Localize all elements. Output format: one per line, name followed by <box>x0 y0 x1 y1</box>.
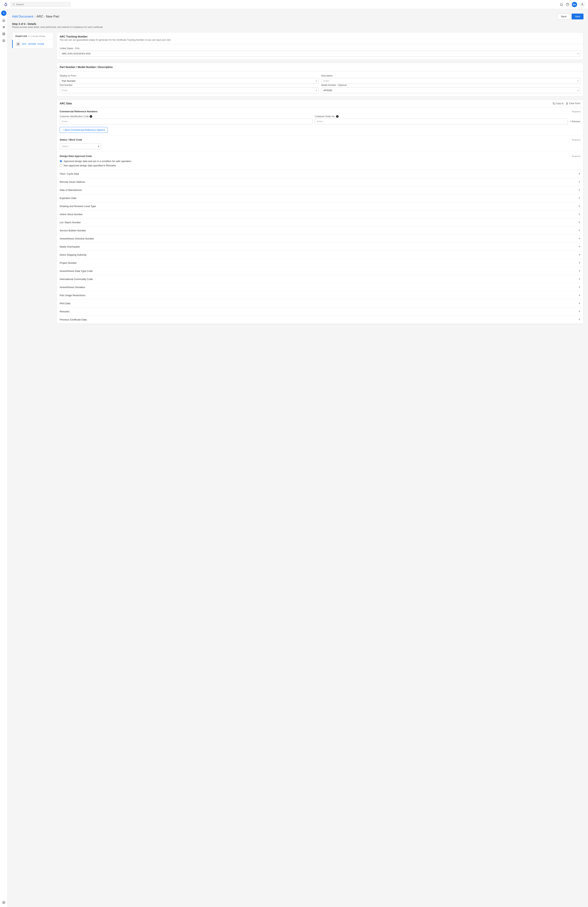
search-box[interactable] <box>11 2 71 7</box>
expand-row-label: Airline Stock Number <box>60 213 83 216</box>
expand-row[interactable]: Airworthiness Deviation + <box>57 283 583 291</box>
description-input[interactable] <box>321 78 580 84</box>
expand-row-label: Time / Cycle Data <box>60 172 79 175</box>
notifications-button[interactable] <box>560 3 563 6</box>
expand-row[interactable]: International Commodity Code + <box>57 275 583 283</box>
expand-row-label: Lot / Batch Number <box>60 221 81 224</box>
status-select-wrap: Select Option 1 Option 2 Option 3 ▾ <box>60 143 101 149</box>
sidebar-item-grid[interactable] <box>1 31 7 37</box>
clear-form-button[interactable]: Clear Form <box>566 102 580 105</box>
part-number-wrap: × <box>60 87 319 93</box>
sidebar-item-home[interactable] <box>1 17 7 23</box>
expand-row[interactable]: Project Number + <box>57 259 583 267</box>
model-number-input[interactable] <box>321 87 580 93</box>
expand-row[interactable]: Remote Issuer Address + <box>57 178 583 186</box>
arc-tracking-card: ARC Tracking Number You can use our guar… <box>56 32 583 60</box>
customer-id-info-icon[interactable]: i <box>89 115 92 118</box>
model-number-clear[interactable]: × <box>577 89 579 92</box>
expand-plus-icon: + <box>578 213 580 216</box>
display-on-form-input[interactable] <box>60 78 319 84</box>
expand-row[interactable]: Time / Cycle Data + <box>57 170 583 178</box>
part-number-header: Part Number / Model Number / Description <box>57 63 583 71</box>
expand-row[interactable]: Date of Manufacture + <box>57 186 583 194</box>
breadcrumb-parent[interactable]: Add Document <box>12 15 33 18</box>
part-form-row-1: Display on Form × Description × <box>60 74 580 84</box>
customer-id-input[interactable] <box>60 119 313 124</box>
expand-row-label: Drawing and Revision Level Type <box>60 205 96 208</box>
expand-row-label: PAH Data <box>60 302 70 305</box>
svg-marker-11 <box>2 39 5 41</box>
grid-icon <box>2 32 5 35</box>
display-on-form-clear[interactable]: × <box>316 80 317 83</box>
expand-row[interactable]: Newly Overhauled + <box>57 243 583 251</box>
expand-row-label: International Commodity Code <box>60 278 93 280</box>
design-data-option2-label: Non-approved design data specified in Re… <box>64 164 116 167</box>
asset-link-p1459[interactable]: P1459 <box>37 43 44 45</box>
tracking-clear-button[interactable]: × <box>577 52 579 55</box>
design-data-option1[interactable]: Approved design data and are in a condit… <box>60 160 580 163</box>
page-header: Add Document › ARC - New Part Back Next <box>12 14 583 19</box>
more-ref-button[interactable]: + More Commercial Reference Options <box>60 127 108 133</box>
expand-row[interactable]: Airline Stock Number + <box>57 210 583 218</box>
description-clear[interactable]: × <box>577 80 579 83</box>
asset-link-apu[interactable]: APU <box>22 43 27 45</box>
user-avatar-button[interactable] <box>580 2 585 7</box>
part-number-clear[interactable]: × <box>316 89 317 92</box>
app-logo <box>3 2 8 7</box>
person-icon <box>581 3 584 6</box>
nav-right: BA <box>560 2 585 7</box>
sidebar-item-plane[interactable] <box>1 24 7 30</box>
design-data-required: Required <box>572 155 580 157</box>
asset-list-card: Asset List 0 / 1 Assets Ready APU AP3200… <box>12 32 53 48</box>
customer-order-input[interactable] <box>315 119 568 124</box>
expand-row[interactable]: Airworthiness Directive Number + <box>57 235 583 243</box>
design-data-radio1[interactable] <box>60 160 62 162</box>
design-data-radio2[interactable] <box>60 164 62 167</box>
expand-row[interactable]: Previous Certificate Data + <box>57 316 583 324</box>
status-select[interactable]: Select Option 1 Option 2 Option 3 <box>60 143 101 149</box>
remove-link[interactable]: × Remove <box>570 120 580 124</box>
sidebar-item-layers[interactable] <box>1 38 7 44</box>
help-button[interactable] <box>566 3 569 6</box>
add-button[interactable]: + <box>1 11 6 16</box>
svg-rect-7 <box>3 33 3 34</box>
design-data-section: Design Data Approval Code Required Appro… <box>57 152 583 170</box>
expand-plus-icon: + <box>578 261 580 264</box>
expand-row[interactable]: PAH Data + <box>57 300 583 308</box>
expand-plus-icon: + <box>578 221 580 224</box>
right-panel: ARC Tracking Number You can use our guar… <box>56 32 583 327</box>
sidebar-item-settings[interactable] <box>1 899 7 905</box>
expand-row[interactable]: Lot / Batch Number + <box>57 218 583 226</box>
expand-plus-icon: + <box>578 172 580 175</box>
expand-row-label: Airworthiness Deviation <box>60 286 85 288</box>
part-number-body: Display on Form × Description × <box>57 71 583 96</box>
tracking-number-input[interactable] <box>60 51 580 56</box>
commercial-ref-header: Commercial Reference Numbers Required <box>60 110 580 113</box>
asset-link-ap3200[interactable]: AP3200 <box>28 43 36 45</box>
search-input[interactable] <box>16 3 69 6</box>
expand-row-label: Airworthiness Data Type Code <box>60 269 93 272</box>
customer-order-info-icon[interactable]: i <box>336 115 339 118</box>
main-content: Add Document › ARC - New Part Back Next … <box>8 9 588 907</box>
expand-row[interactable]: Remarks + <box>57 308 583 316</box>
expand-row[interactable]: Part Usage Restrictions + <box>57 291 583 300</box>
expand-row[interactable]: Drawing and Revision Level Type + <box>57 202 583 210</box>
part-number-input[interactable] <box>60 87 319 93</box>
expand-row[interactable]: Expiration Date + <box>57 194 583 202</box>
copy-to-button[interactable]: Copy to <box>553 102 564 105</box>
next-button[interactable]: Next <box>572 14 583 19</box>
gear-icon <box>2 901 5 904</box>
svg-rect-9 <box>4 34 5 35</box>
copy-to-label: Copy to <box>556 102 564 105</box>
svg-rect-8 <box>4 33 5 34</box>
description-label: Description <box>321 74 580 77</box>
part-number-title: Part Number / Model Number / Description <box>60 66 580 69</box>
expand-row[interactable]: Direct Shipping Authority + <box>57 251 583 259</box>
design-data-option2[interactable]: Non-approved design data specified in Re… <box>60 164 580 167</box>
expand-row[interactable]: Airworthiness Data Type Code + <box>57 267 583 275</box>
expand-row-label: Remote Issuer Address <box>60 181 85 183</box>
expand-row[interactable]: Service Bulletin Number + <box>57 226 583 235</box>
asset-icon <box>16 42 20 46</box>
back-button[interactable]: Back <box>558 14 570 19</box>
step-title: Step 3 of 4 - Details <box>12 22 583 26</box>
